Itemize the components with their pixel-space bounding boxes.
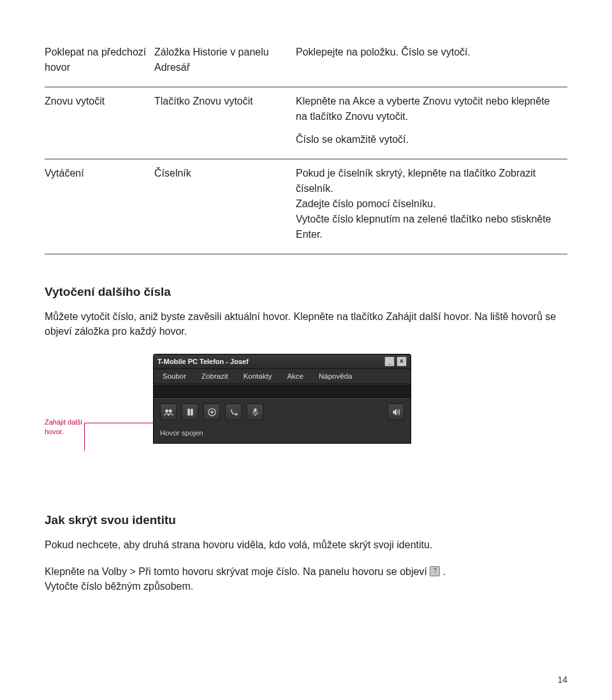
section-paragraph: Pokud nechcete, aby druhá strana hovoru … — [45, 537, 567, 552]
pause-icon[interactable] — [182, 404, 198, 420]
paragraph-text: Klepněte na Volby > Při tomto hovoru skr… — [45, 566, 430, 577]
minimize-button[interactable]: _ — [384, 356, 395, 367]
app-window: T-Mobile PC Telefon - Josef _ × Soubor Z… — [153, 354, 411, 444]
section-paragraph: Klepněte na Volby > Při tomto hovoru skr… — [45, 564, 567, 594]
call-toolbar — [154, 398, 411, 425]
menu-item[interactable]: Nápověda — [319, 372, 352, 380]
callout-line — [84, 423, 154, 423]
mute-icon[interactable] — [247, 404, 263, 420]
svg-rect-3 — [191, 409, 193, 415]
svg-point-0 — [165, 409, 168, 412]
status-text: Hovor spojen — [154, 425, 411, 443]
menu-item[interactable]: Akce — [287, 372, 303, 380]
paragraph-text: Vytočte číslo běžným způsobem. — [45, 581, 193, 592]
cell-text: Klepněte na Akce a vyberte Znovu vytočit… — [296, 96, 550, 122]
table-row: Znovu vytočit Tlačítko Znovu vytočit Kle… — [45, 87, 567, 159]
section-paragraph: Můžete vytočit číslo, aniž byste zavěsil… — [45, 309, 567, 339]
svg-point-1 — [169, 409, 171, 412]
hidden-identity-icon — [430, 566, 440, 576]
cell-description: Pokud je číselník skrytý, klepněte na tl… — [296, 159, 567, 254]
cell-action: Znovu vytočit — [45, 87, 154, 159]
speaker-icon[interactable] — [388, 404, 404, 420]
paragraph-text: . — [443, 566, 446, 577]
conference-icon[interactable] — [160, 404, 177, 420]
menu-item[interactable]: Soubor — [163, 372, 186, 380]
screenshot-figure: Zahájit další hovor. T-Mobile PC Telefon… — [45, 354, 567, 481]
section-heading: Jak skrýt svou identitu — [45, 513, 567, 527]
menu-item[interactable]: Kontakty — [244, 372, 272, 380]
tab-strip — [154, 384, 411, 398]
menu-item[interactable]: Zobrazit — [201, 372, 228, 380]
transfer-icon[interactable] — [225, 404, 242, 420]
add-call-icon[interactable] — [203, 404, 220, 420]
cell-location: Číselník — [154, 159, 296, 254]
cell-description: Klepněte na Akce a vyberte Znovu vytočit… — [296, 87, 567, 159]
cell-description: Poklepejte na položku. Číslo se vytočí. — [296, 38, 567, 87]
window-title: T-Mobile PC Telefon - Josef — [157, 358, 249, 365]
cell-location: Záložka Historie v panelu Adresář — [154, 38, 296, 87]
table-row: Poklepat na předchozí hovor Záložka Hist… — [45, 38, 567, 87]
table-row: Vytáčení Číselník Pokud je číselník skry… — [45, 159, 567, 254]
menu-bar: Soubor Zobrazit Kontakty Akce Nápověda — [154, 369, 411, 384]
cell-action: Vytáčení — [45, 159, 154, 254]
svg-rect-2 — [187, 409, 189, 415]
title-bar: T-Mobile PC Telefon - Josef _ × — [154, 354, 411, 369]
cell-action: Poklepat na předchozí hovor — [45, 38, 154, 87]
cell-text-extra: Číslo se okamžitě vytočí. — [296, 132, 560, 147]
instruction-table: Poklepat na předchozí hovor Záložka Hist… — [45, 38, 567, 254]
close-button[interactable]: × — [397, 356, 407, 367]
section-heading: Vytočení dalšího čísla — [45, 285, 567, 299]
callout-label: Zahájit další hovor. — [45, 418, 83, 436]
cell-location: Tlačítko Znovu vytočit — [154, 87, 296, 159]
